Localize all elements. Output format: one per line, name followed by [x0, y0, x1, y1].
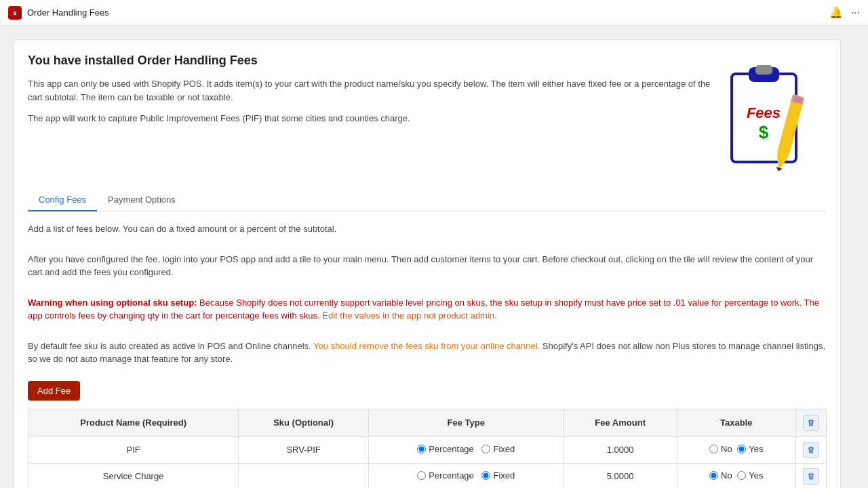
- taxable-no-label[interactable]: No: [709, 444, 732, 454]
- col-fee-amount: Fee Amount: [564, 409, 677, 436]
- tab-payment-options[interactable]: Payment Options: [97, 189, 186, 211]
- cell-taxable[interactable]: No Yes: [677, 436, 795, 463]
- fee-type-percentage-radio[interactable]: [417, 445, 426, 453]
- taxable-no-label[interactable]: No: [709, 470, 732, 481]
- tabs: Config Fees Payment Options: [28, 189, 827, 211]
- app-title: Order Handling Fees: [27, 7, 109, 18]
- col-actions: [796, 409, 827, 436]
- fee-type-fixed-label[interactable]: Fixed: [481, 444, 515, 454]
- col-fee-type: Fee Type: [368, 409, 564, 436]
- taxable-no-radio[interactable]: [709, 471, 718, 480]
- instruction-line-1: Add a list of fees below. You can do a f…: [28, 222, 827, 236]
- col-taxable: Taxable: [677, 409, 795, 436]
- cell-fee-type[interactable]: Percentage Fixed: [368, 436, 564, 463]
- add-fee-button[interactable]: Add Fee: [28, 381, 80, 401]
- main-card: You have installed Order Handling Fees T…: [14, 39, 841, 488]
- taxable-yes-label[interactable]: Yes: [737, 444, 763, 454]
- fees-tbody: PIFSRV-PIF Percentage Fixed 1.0000 No Ye…: [28, 436, 827, 488]
- cell-taxable[interactable]: No Yes: [677, 463, 795, 488]
- cell-sku: SRV-PIF: [239, 436, 369, 463]
- more-icon[interactable]: ···: [851, 7, 860, 19]
- hero-text: You have installed Order Handling Fees T…: [28, 54, 718, 134]
- cell-sku: [239, 463, 369, 488]
- instruction-line-2: After you have configured the fee, login…: [28, 253, 827, 279]
- tab-config-fees[interactable]: Config Fees: [28, 189, 97, 211]
- warning-label: Warning when using optional sku setup:: [28, 298, 197, 308]
- col-sku: Sku (Optional): [239, 409, 369, 436]
- bell-icon[interactable]: 🔔: [829, 6, 843, 19]
- fee-type-percentage-radio[interactable]: [417, 471, 426, 480]
- svg-text:Fees: Fees: [747, 104, 781, 121]
- hero-desc-1: This app can only be used with Shopify P…: [28, 77, 718, 104]
- instruction-warning: Warning when using optional sku setup: B…: [28, 296, 827, 323]
- fee-type-fixed-label[interactable]: Fixed: [481, 470, 515, 481]
- hero-image: Fees $: [718, 54, 827, 176]
- col-product-name: Product Name (Required): [28, 409, 239, 436]
- edit-values-link[interactable]: Edit the values in the app not product a…: [322, 310, 496, 321]
- warning-text: Warning when using optional sku setup: B…: [28, 298, 819, 321]
- cell-delete[interactable]: [796, 463, 827, 488]
- table-row: PIFSRV-PIF Percentage Fixed 1.0000 No Ye…: [28, 436, 827, 463]
- delete-row-button[interactable]: [803, 468, 819, 485]
- fees-illustration: Fees $: [718, 54, 827, 176]
- topbar: $ Order Handling Fees 🔔 ···: [0, 0, 868, 26]
- taxable-yes-label[interactable]: Yes: [737, 470, 763, 481]
- svg-text:$: $: [14, 10, 17, 16]
- instructions: Add a list of fees below. You can do a f…: [28, 222, 827, 366]
- instruction-channel: By default fee sku is auto created as ac…: [28, 340, 827, 366]
- table-header: Product Name (Required) Sku (Optional) F…: [28, 409, 827, 436]
- cell-product-name: Service Charge: [28, 463, 239, 488]
- taxable-no-radio[interactable]: [709, 445, 718, 453]
- fee-type-fixed-radio[interactable]: [481, 471, 490, 480]
- header-delete-icon: [803, 415, 819, 431]
- table-row: Service Charge Percentage Fixed 5.0000 N…: [28, 463, 827, 488]
- hero-section: You have installed Order Handling Fees T…: [28, 54, 827, 176]
- remove-sku-link[interactable]: You should remove the fees sku from your…: [313, 341, 540, 351]
- hero-title: You have installed Order Handling Fees: [28, 54, 718, 68]
- taxable-yes-radio[interactable]: [737, 471, 746, 480]
- fees-table: Product Name (Required) Sku (Optional) F…: [28, 409, 827, 489]
- app-icon: $: [8, 6, 22, 20]
- main-content: You have installed Order Handling Fees T…: [0, 26, 854, 488]
- cell-delete[interactable]: [796, 436, 827, 463]
- svg-rect-4: [755, 65, 772, 75]
- delete-row-button[interactable]: [803, 442, 819, 458]
- fee-type-percentage-label[interactable]: Percentage: [417, 470, 474, 481]
- cell-product-name: PIF: [28, 436, 239, 463]
- cell-fee-type[interactable]: Percentage Fixed: [368, 463, 564, 488]
- fee-type-fixed-radio[interactable]: [481, 445, 490, 453]
- taxable-yes-radio[interactable]: [737, 445, 746, 453]
- fee-type-percentage-label[interactable]: Percentage: [417, 444, 474, 454]
- topbar-left: $ Order Handling Fees: [8, 6, 109, 20]
- cell-fee-amount: 5.0000: [564, 463, 677, 488]
- svg-text:$: $: [759, 122, 769, 142]
- cell-fee-amount: 1.0000: [564, 436, 677, 463]
- hero-desc-2: The app will work to capture Public Impr…: [28, 112, 718, 125]
- topbar-actions: 🔔 ···: [829, 6, 860, 19]
